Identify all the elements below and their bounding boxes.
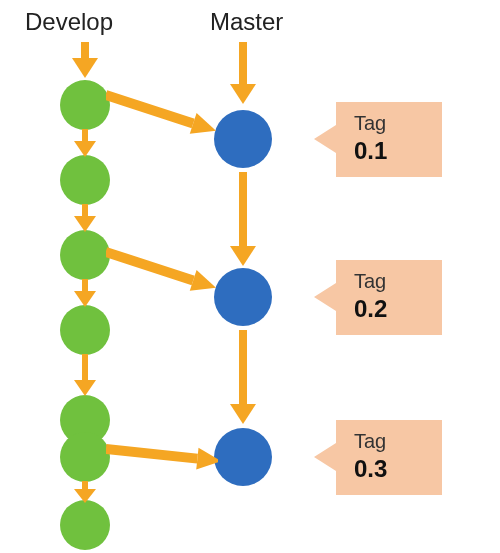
tag-version: 0.3 (354, 455, 424, 483)
svg-rect-10 (82, 354, 88, 380)
merge-arrow-icon (106, 442, 218, 486)
merge-arrow-icon (106, 245, 218, 305)
tag-callout: Tag 0.3 (336, 420, 442, 495)
svg-marker-11 (74, 380, 96, 396)
svg-marker-13 (74, 489, 96, 503)
svg-marker-5 (74, 141, 96, 157)
svg-marker-1 (72, 58, 98, 78)
master-branch-label: Master (210, 8, 283, 36)
svg-rect-4 (82, 129, 88, 141)
svg-rect-6 (82, 204, 88, 216)
svg-rect-0 (81, 42, 89, 58)
svg-rect-8 (82, 279, 88, 291)
tag-pointer-icon (314, 283, 336, 311)
develop-commit (60, 305, 110, 355)
svg-rect-2 (239, 42, 247, 84)
svg-marker-19 (190, 113, 218, 141)
develop-commit (60, 432, 110, 482)
tag-label: Tag (354, 112, 424, 135)
arrow-down-icon (230, 330, 256, 428)
merge-arrow-icon (106, 88, 218, 148)
develop-commit (60, 500, 110, 550)
svg-rect-12 (82, 481, 88, 489)
svg-marker-9 (74, 291, 96, 307)
svg-marker-21 (190, 270, 218, 298)
arrow-down-icon (230, 172, 256, 270)
svg-rect-22 (106, 444, 198, 464)
develop-commit (60, 230, 110, 280)
tag-pointer-icon (314, 125, 336, 153)
arrow-down-icon (72, 42, 98, 82)
tag-label: Tag (354, 270, 424, 293)
tag-version: 0.1 (354, 137, 424, 165)
tag-callout: Tag 0.2 (336, 260, 442, 335)
tag-label: Tag (354, 430, 424, 453)
svg-marker-17 (230, 404, 256, 424)
master-commit (214, 268, 272, 326)
develop-commit (60, 80, 110, 130)
tag-callout: Tag 0.1 (336, 102, 442, 177)
arrow-down-icon (74, 481, 96, 507)
svg-rect-14 (239, 172, 247, 246)
git-branch-diagram: Develop Master (0, 0, 500, 553)
arrow-down-icon (74, 279, 96, 311)
svg-marker-7 (74, 216, 96, 232)
develop-commit (60, 155, 110, 205)
arrow-down-icon (74, 204, 96, 236)
tag-version: 0.2 (354, 295, 424, 323)
arrow-down-icon (230, 42, 256, 108)
svg-marker-3 (230, 84, 256, 104)
svg-rect-16 (239, 330, 247, 404)
svg-marker-15 (230, 246, 256, 266)
arrow-down-icon (74, 129, 96, 161)
tag-pointer-icon (314, 443, 336, 471)
svg-marker-23 (196, 448, 218, 472)
arrow-down-icon (74, 354, 96, 400)
master-commit (214, 110, 272, 168)
develop-branch-label: Develop (25, 8, 113, 36)
svg-rect-20 (106, 247, 195, 285)
master-commit (214, 428, 272, 486)
svg-rect-18 (106, 90, 195, 128)
